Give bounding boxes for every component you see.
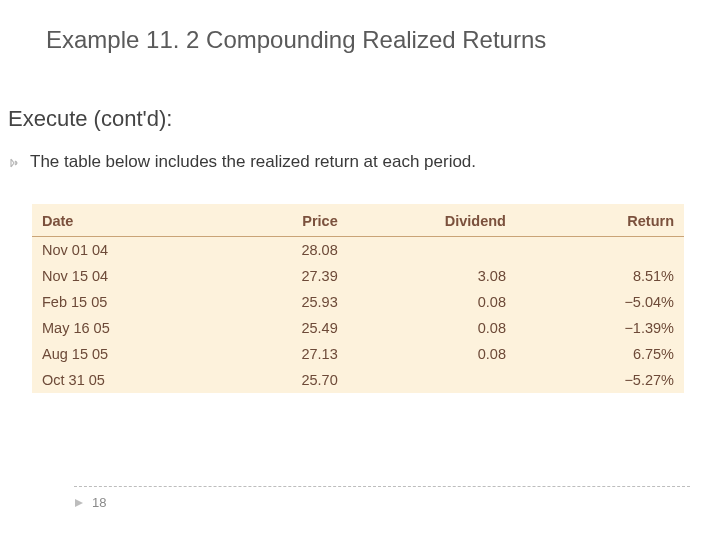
slide-title: Example 11. 2 Compounding Realized Retur… <box>46 26 700 54</box>
cell-date: Oct 31 05 <box>32 367 190 393</box>
cell-return: −1.39% <box>516 315 684 341</box>
returns-table: Date Price Dividend Return Nov 01 04 28.… <box>32 204 684 393</box>
col-header-dividend: Dividend <box>348 204 516 237</box>
footer-triangle-icon <box>74 498 84 508</box>
cell-return: −5.27% <box>516 367 684 393</box>
cell-price: 27.39 <box>190 263 348 289</box>
table-row: Aug 15 05 27.13 0.08 6.75% <box>32 341 684 367</box>
table-row: Oct 31 05 25.70 −5.27% <box>32 367 684 393</box>
table-header-row: Date Price Dividend Return <box>32 204 684 237</box>
cell-date: Nov 01 04 <box>32 237 190 264</box>
cell-price: 28.08 <box>190 237 348 264</box>
cell-date: Feb 15 05 <box>32 289 190 315</box>
cell-price: 27.13 <box>190 341 348 367</box>
slide-footer: 18 <box>74 486 690 510</box>
cell-dividend <box>348 367 516 393</box>
table-row: Nov 01 04 28.08 <box>32 237 684 264</box>
cell-dividend: 0.08 <box>348 289 516 315</box>
cell-dividend <box>348 237 516 264</box>
bullet-text: The table below includes the realized re… <box>30 152 476 172</box>
cell-dividend: 0.08 <box>348 315 516 341</box>
cell-price: 25.93 <box>190 289 348 315</box>
col-header-return: Return <box>516 204 684 237</box>
cell-return: 8.51% <box>516 263 684 289</box>
cell-dividend: 0.08 <box>348 341 516 367</box>
cell-dividend: 3.08 <box>348 263 516 289</box>
col-header-date: Date <box>32 204 190 237</box>
col-header-price: Price <box>190 204 348 237</box>
cell-return: −5.04% <box>516 289 684 315</box>
page-number: 18 <box>92 495 106 510</box>
svg-marker-0 <box>75 499 83 507</box>
table-row: Nov 15 04 27.39 3.08 8.51% <box>32 263 684 289</box>
cell-price: 25.70 <box>190 367 348 393</box>
bullet-icon <box>8 155 20 173</box>
cell-return <box>516 237 684 264</box>
cell-date: Aug 15 05 <box>32 341 190 367</box>
table-row: Feb 15 05 25.93 0.08 −5.04% <box>32 289 684 315</box>
bullet-item: The table below includes the realized re… <box>8 152 700 173</box>
cell-return: 6.75% <box>516 341 684 367</box>
section-subhead: Execute (cont'd): <box>8 106 172 132</box>
footer-divider <box>74 486 690 487</box>
cell-price: 25.49 <box>190 315 348 341</box>
cell-date: May 16 05 <box>32 315 190 341</box>
table-row: May 16 05 25.49 0.08 −1.39% <box>32 315 684 341</box>
cell-date: Nov 15 04 <box>32 263 190 289</box>
